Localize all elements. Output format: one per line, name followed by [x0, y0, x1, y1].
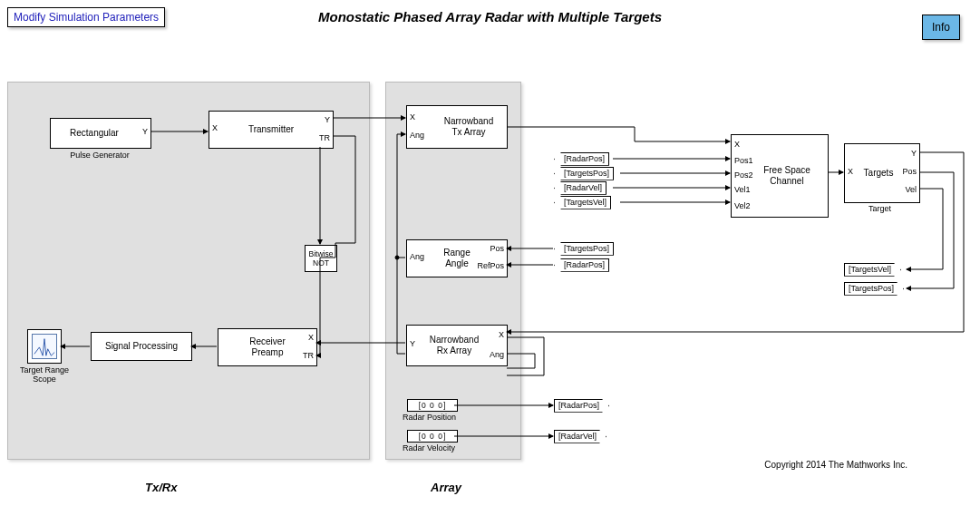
- port-targets-vel: Vel: [905, 186, 917, 194]
- block-free-space-channel[interactable]: X Pos1 Pos2 Vel1 Vel2 Free Space Channel: [731, 134, 829, 218]
- block-transmitter[interactable]: X Y TR Transmitter: [209, 111, 334, 149]
- port-targets-y: Y: [911, 150, 917, 158]
- info-button[interactable]: Info: [922, 15, 960, 40]
- from-targetspos-fsc[interactable]: [TargetsPos]: [554, 167, 614, 180]
- group-label-array: Array: [431, 481, 461, 494]
- port-transmitter-y: Y: [325, 116, 330, 124]
- block-receiver-preamp[interactable]: X TR Receiver Preamp: [218, 328, 317, 366]
- scope-display-icon: [32, 334, 57, 359]
- label-radar-velocity: Radar Velocity: [403, 443, 455, 452]
- port-fsc-vel1: Vel1: [734, 186, 751, 194]
- from-radarvel-fsc[interactable]: [RadarVel]: [554, 181, 606, 195]
- goto-radarpos[interactable]: [RadarPos]: [554, 399, 609, 413]
- port-targets-x: X: [848, 168, 853, 176]
- copyright-text: Copyright 2014 The Mathworks Inc.: [764, 460, 907, 470]
- block-narrowband-rx-array[interactable]: Y X Ang Narrowband Rx Array: [406, 325, 508, 366]
- port-nbrx-ang: Ang: [490, 351, 504, 359]
- group-label-txrx: Tx/Rx: [145, 481, 177, 494]
- block-target-range-scope[interactable]: [27, 329, 62, 364]
- label-target: Target: [868, 204, 891, 213]
- port-fsc-vel2: Vel2: [734, 202, 751, 210]
- label-pulse-generator: Pulse Generator: [63, 151, 136, 160]
- block-radar-position-const[interactable]: [0 0 0]: [407, 399, 458, 412]
- port-receiver-tr: TR: [303, 352, 314, 360]
- port-rectangular-y: Y: [142, 128, 148, 136]
- port-nbrx-x: X: [499, 331, 504, 339]
- goto-targetsvel[interactable]: [TargetsVel]: [844, 263, 901, 277]
- block-radar-velocity-const[interactable]: [0 0 0]: [407, 430, 458, 443]
- port-fsc-pos2: Pos2: [734, 171, 753, 180]
- port-fsc-x: X: [734, 141, 740, 149]
- block-range-angle[interactable]: Ang Pos RefPos Range Angle: [406, 239, 508, 277]
- port-nbtx-ang: Ang: [410, 131, 424, 140]
- port-transmitter-tr: TR: [319, 134, 330, 142]
- port-targets-pos: Pos: [902, 168, 917, 176]
- port-transmitter-x: X: [212, 124, 218, 132]
- from-radarpos-ra[interactable]: [RadarPos]: [554, 258, 609, 272]
- block-targets[interactable]: X Y Pos Vel Targets: [844, 143, 920, 203]
- modify-simulation-parameters-button[interactable]: Modify Simulation Parameters: [7, 7, 165, 27]
- port-ra-ang: Ang: [410, 253, 424, 261]
- goto-targetspos[interactable]: [TargetsPos]: [844, 282, 904, 296]
- block-rectangular[interactable]: Y Rectangular: [50, 118, 151, 149]
- from-radarpos-fsc[interactable]: [RadarPos]: [554, 152, 609, 166]
- from-targetspos-ra[interactable]: [TargetsPos]: [554, 242, 614, 256]
- port-ra-pos: Pos: [490, 245, 504, 253]
- block-bitwise-not[interactable]: Bitwise NOT: [305, 245, 337, 272]
- port-nbtx-x: X: [410, 113, 415, 122]
- block-narrowband-tx-array[interactable]: X Ang Narrowband Tx Array: [406, 105, 508, 149]
- port-nbrx-y: Y: [410, 340, 415, 348]
- label-target-range-scope: Target Range Scope: [13, 365, 76, 384]
- label-radar-position: Radar Position: [403, 413, 456, 422]
- port-receiver-x: X: [308, 334, 314, 342]
- port-fsc-pos1: Pos1: [734, 157, 753, 165]
- goto-radarvel[interactable]: [RadarVel]: [554, 430, 606, 443]
- block-signal-processing[interactable]: Signal Processing: [91, 332, 192, 361]
- from-targetsvel-fsc[interactable]: [TargetsVel]: [554, 196, 611, 209]
- port-ra-refpos: RefPos: [477, 262, 504, 270]
